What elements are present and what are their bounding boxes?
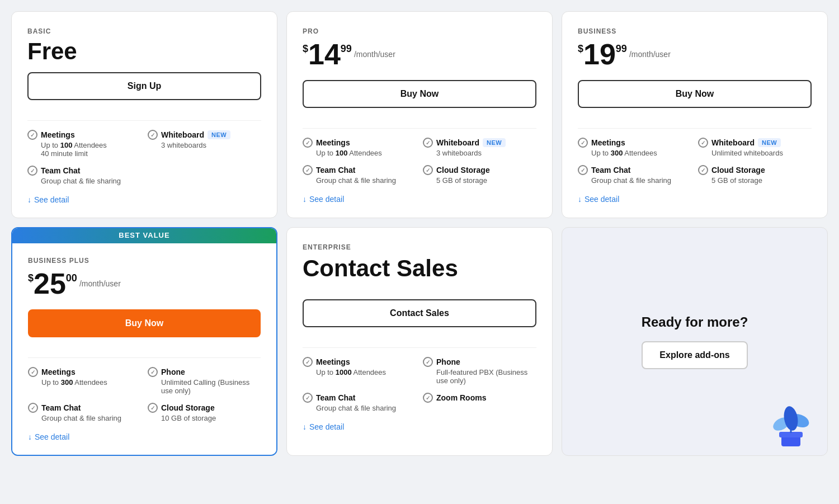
bplus-meetings-sub: Up to 300 Attendees xyxy=(41,378,141,387)
ent-teamchat-sub: Group chat & file sharing xyxy=(316,404,416,412)
enterprise-see-detail-link[interactable]: ↓ See detail xyxy=(303,422,536,431)
basic-price: Free xyxy=(27,40,261,63)
basic-teamchat-sub: Group chat & file sharing xyxy=(41,177,141,185)
business-plus-price-period: /month/user xyxy=(79,279,121,288)
business-whiteboard-sub: Unlimited whiteboards xyxy=(711,149,812,157)
business-plus-tier-label: BUSINESS PLUS xyxy=(28,257,261,265)
business-plus-price-cents: 00 xyxy=(66,272,77,284)
business-price-period: /month/user xyxy=(629,50,671,59)
bplus-phone-feature: Phone Unlimited Calling (Business use on… xyxy=(148,367,261,395)
basic-see-detail-link[interactable]: ↓ See detail xyxy=(27,195,261,204)
bplus-arrow-down-icon: ↓ xyxy=(28,432,32,441)
teamchat-check-icon xyxy=(27,166,37,176)
bplus-meetings-feature: Meetings Up to 300 Attendees xyxy=(28,367,141,395)
bplus-meetings-title: Meetings xyxy=(28,367,141,377)
basic-plan-card: BASIC Free Sign Up Meetings Up to 100 At… xyxy=(11,11,277,218)
business-meetings-sub: Up to 300 Attendees xyxy=(591,149,691,157)
ent-meetings-feature: Meetings Up to 1000 Attendees xyxy=(303,357,416,385)
business-meetings-feature: Meetings Up to 300 Attendees xyxy=(578,138,691,157)
basic-meetings-title: Meetings xyxy=(27,130,141,140)
enterprise-cta-button[interactable]: Contact Sales xyxy=(303,299,536,327)
business-price-main: 19 xyxy=(583,40,616,69)
ready-for-more-card: Ready for more? Explore add-ons xyxy=(562,227,828,456)
basic-tier-label: BASIC xyxy=(27,27,261,35)
pro-teamchat-feature: Team Chat Group chat & file sharing xyxy=(303,165,416,185)
basic-teamchat-title: Team Chat xyxy=(27,166,141,176)
pro-whiteboard-feature: Whiteboard NEW 3 whiteboards xyxy=(423,138,536,157)
whiteboard-check-icon xyxy=(148,130,158,140)
pro-cta-button[interactable]: Buy Now xyxy=(303,80,536,108)
enterprise-arrow-down-icon: ↓ xyxy=(303,422,307,431)
basic-whiteboard-feature: Whiteboard NEW 3 whiteboards xyxy=(148,130,261,158)
business-teamchat-feature: Team Chat Group chat & file sharing xyxy=(578,165,691,185)
bplus-cloudstorage-feature: Cloud Storage 10 GB of storage xyxy=(148,403,261,422)
pro-teamchat-check-icon xyxy=(303,165,313,175)
pro-price-cents: 99 xyxy=(341,43,352,55)
basic-features: Meetings Up to 100 Attendees40 minute li… xyxy=(27,130,261,185)
pro-tier-label: PRO xyxy=(303,27,536,35)
pro-price-main: 14 xyxy=(308,40,341,69)
business-features: Meetings Up to 300 Attendees Whiteboard … xyxy=(578,138,812,185)
pro-meetings-sub: Up to 100 Attendees xyxy=(316,149,416,157)
arrow-down-icon: ↓ xyxy=(27,195,31,204)
meetings-check-icon xyxy=(27,130,37,140)
ent-meetings-sub: Up to 1000 Attendees xyxy=(316,368,416,376)
pro-teamchat-title: Team Chat xyxy=(303,165,416,175)
business-plus-price-main: 25 xyxy=(34,269,66,298)
pro-teamchat-sub: Group chat & file sharing xyxy=(316,176,416,185)
pro-price-period: /month/user xyxy=(354,50,395,59)
ready-title: Ready for more? xyxy=(642,314,748,330)
business-dollar-sign: $ xyxy=(578,43,583,55)
enterprise-tier-label: ENTERPRISE xyxy=(303,243,536,251)
business-see-detail-link[interactable]: ↓ See detail xyxy=(578,195,812,204)
business-cta-button[interactable]: Buy Now xyxy=(578,80,812,108)
ent-phone-feature: Phone Full-featured PBX (Business use on… xyxy=(423,357,536,385)
explore-addons-button[interactable]: Explore add-ons xyxy=(642,341,747,369)
enterprise-price-display: Contact Sales xyxy=(303,256,536,281)
business-plus-features: Meetings Up to 300 Attendees Phone Unlim… xyxy=(28,367,261,422)
business-whiteboard-check-icon xyxy=(698,138,708,148)
business-cloudstorage-sub: 5 GB of storage xyxy=(711,176,812,185)
bplus-see-detail-link[interactable]: ↓ See detail xyxy=(28,432,261,441)
business-plan-card: BUSINESS $ 19 99 /month/user Buy Now Mee… xyxy=(562,11,828,218)
bplus-teamchat-check-icon xyxy=(28,403,38,413)
pro-price-row: $ 14 99 /month/user xyxy=(303,40,536,69)
business-meetings-check-icon xyxy=(578,138,588,148)
ent-phone-sub: Full-featured PBX (Business use only) xyxy=(436,368,536,385)
business-meetings-title: Meetings xyxy=(578,138,691,148)
business-whiteboard-badge: NEW xyxy=(758,138,781,147)
enterprise-features: Meetings Up to 1000 Attendees Phone Full… xyxy=(303,357,536,412)
business-tier-label: BUSINESS xyxy=(578,27,812,35)
bplus-cloudstorage-sub: 10 GB of storage xyxy=(161,414,261,422)
ent-phone-check-icon xyxy=(423,357,433,367)
pro-whiteboard-check-icon xyxy=(423,138,433,148)
ent-teamchat-check-icon xyxy=(303,393,313,403)
pro-cloudstorage-title: Cloud Storage xyxy=(423,165,536,175)
pro-whiteboard-sub: 3 whiteboards xyxy=(436,149,536,157)
pro-meetings-feature: Meetings Up to 100 Attendees xyxy=(303,138,416,157)
business-whiteboard-title: Whiteboard NEW xyxy=(698,138,812,148)
basic-teamchat-feature: Team Chat Group chat & file sharing xyxy=(27,166,141,185)
bplus-phone-check-icon xyxy=(148,367,158,377)
pro-arrow-down-icon: ↓ xyxy=(303,195,307,204)
business-plus-price-row: $ 25 00 /month/user xyxy=(28,269,261,298)
basic-cta-button[interactable]: Sign Up xyxy=(27,72,261,100)
ent-zoomrooms-feature: Zoom Rooms xyxy=(423,393,536,412)
ent-meetings-title: Meetings xyxy=(303,357,416,367)
business-cloudstorage-title: Cloud Storage xyxy=(698,165,812,175)
pro-cloudstorage-check-icon xyxy=(423,165,433,175)
bplus-teamchat-sub: Group chat & file sharing xyxy=(41,414,141,422)
basic-whiteboard-title: Whiteboard NEW xyxy=(148,130,261,140)
basic-whiteboard-sub: 3 whiteboards xyxy=(161,141,261,149)
business-arrow-down-icon: ↓ xyxy=(578,195,582,204)
business-plus-cta-button[interactable]: Buy Now xyxy=(28,309,261,337)
bplus-meetings-check-icon xyxy=(28,367,38,377)
pro-meetings-check-icon xyxy=(303,138,313,148)
business-cloudstorage-check-icon xyxy=(698,165,708,175)
business-plus-card-body: BUSINESS PLUS $ 25 00 /month/user Buy No… xyxy=(12,243,276,455)
ent-zoomrooms-title: Zoom Rooms xyxy=(423,393,536,403)
pro-meetings-title: Meetings xyxy=(303,138,416,148)
business-price-row: $ 19 99 /month/user xyxy=(578,40,812,69)
ent-teamchat-feature: Team Chat Group chat & file sharing xyxy=(303,393,416,412)
pro-see-detail-link[interactable]: ↓ See detail xyxy=(303,195,536,204)
